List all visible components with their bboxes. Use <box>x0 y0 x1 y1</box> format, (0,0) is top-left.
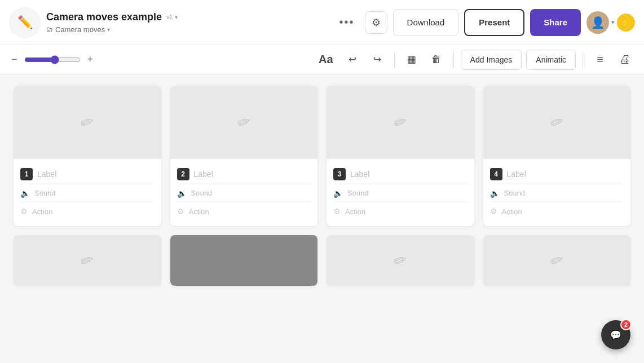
font-size-button[interactable]: Aa <box>314 51 338 68</box>
list-view-button[interactable]: ≡ <box>590 50 610 70</box>
action-icon: ⚙ <box>20 207 28 216</box>
partial-thumbnail: ✏ <box>14 235 161 286</box>
card-number: 3 <box>333 168 346 180</box>
card-sound-text: Sound <box>34 189 56 197</box>
folder-icon: 🗂 <box>46 25 53 33</box>
zoom-in-button[interactable]: + <box>85 51 96 68</box>
logo-icon: ✏️ <box>17 15 33 30</box>
card-label-row: 3 Label <box>333 165 467 184</box>
story-card[interactable]: ✏ 4 Label 🔈 Sound ⚙ Action <box>483 86 631 226</box>
partial-thumbnail <box>170 235 318 286</box>
lightning-button[interactable]: ⚡ <box>617 14 635 32</box>
undo-icon: ↩ <box>349 54 356 65</box>
list-icon: ≡ <box>597 53 603 66</box>
card-label-text: Label <box>350 170 369 179</box>
pencil-icon: ✏ <box>235 112 253 134</box>
avatar-chevron-icon[interactable]: ▾ <box>611 19 615 26</box>
version-dropdown[interactable]: v1 ▾ <box>166 14 178 20</box>
frames-button[interactable]: ▦ <box>402 50 422 70</box>
chat-button[interactable]: 💬 2 <box>601 320 630 349</box>
story-card-partial[interactable]: ✏ <box>327 235 474 286</box>
trash-icon: 🗑 <box>431 54 441 65</box>
story-card[interactable]: ✏ 1 Label 🔈 Sound ⚙ Action <box>14 86 161 226</box>
partial-thumbnail: ✏ <box>327 235 474 286</box>
action-icon: ⚙ <box>177 207 184 216</box>
redo-button[interactable]: ↪ <box>367 50 387 70</box>
card-body: 1 Label 🔈 Sound ⚙ Action <box>14 159 161 226</box>
card-sound-text: Sound <box>504 189 526 197</box>
story-card-partial[interactable] <box>170 235 318 286</box>
card-action-row: ⚙ Action <box>490 202 624 220</box>
pencil-icon: ✏ <box>391 112 409 134</box>
card-sound-text: Sound <box>191 189 213 197</box>
card-label-row: 2 Label <box>177 165 311 184</box>
card-action-row: ⚙ Action <box>20 202 155 220</box>
more-options-icon[interactable]: ••• <box>335 11 359 33</box>
logo-circle: ✏️ <box>9 7 41 38</box>
card-label-text: Label <box>37 170 56 179</box>
lightning-icon: ⚡ <box>620 17 632 28</box>
card-number: 2 <box>177 168 189 180</box>
card-action-row: ⚙ Action <box>177 202 311 220</box>
card-label-row: 1 Label <box>20 165 155 184</box>
chat-icon: 💬 <box>610 330 621 340</box>
sound-icon: 🔈 <box>333 189 343 198</box>
card-action-row: ⚙ Action <box>333 202 467 220</box>
breadcrumb-chevron-icon[interactable]: ▾ <box>107 26 110 33</box>
story-card[interactable]: ✏ 3 Label 🔈 Sound ⚙ Action <box>327 86 474 226</box>
card-thumbnail: ✏ <box>14 86 161 159</box>
card-sound-row: 🔈 Sound <box>490 184 624 202</box>
separator-2 <box>453 52 454 68</box>
avatar[interactable]: 👤 <box>586 11 609 34</box>
present-button[interactable]: Present <box>464 9 524 36</box>
share-button[interactable]: Share <box>530 9 581 36</box>
title-row: Camera moves example v1 ▾ <box>46 11 178 23</box>
partial-card-row: ✏ ✏ ✏ <box>14 235 630 286</box>
card-sound-row: 🔈 Sound <box>20 184 155 202</box>
card-number: 1 <box>20 168 33 180</box>
card-body: 4 Label 🔈 Sound ⚙ Action <box>483 159 631 226</box>
card-body: 3 Label 🔈 Sound ⚙ Action <box>327 159 474 226</box>
add-images-button[interactable]: Add Images <box>461 50 522 70</box>
app-title: Camera moves example <box>46 11 162 23</box>
breadcrumb-text: Camera moves <box>55 25 105 34</box>
card-thumbnail: ✏ <box>483 86 631 159</box>
card-grid: ✏ 1 Label 🔈 Sound ⚙ Action ✏ 2 Label <box>14 86 630 226</box>
frames-icon: ▦ <box>407 54 416 65</box>
gear-icon: ⚙ <box>372 16 381 29</box>
redo-icon: ↪ <box>373 54 381 65</box>
card-body: 2 Label 🔈 Sound ⚙ Action <box>170 159 318 226</box>
sound-icon: 🔈 <box>490 189 500 198</box>
undo-button[interactable]: ↩ <box>342 50 363 70</box>
avatar-image: 👤 <box>591 16 605 29</box>
story-card-partial[interactable]: ✏ <box>483 235 631 286</box>
settings-button[interactable]: ⚙ <box>365 11 387 34</box>
partial-thumbnail: ✏ <box>483 235 631 286</box>
card-sound-row: 🔈 Sound <box>333 184 467 202</box>
chat-badge: 2 <box>620 319 632 330</box>
sound-icon: 🔈 <box>20 189 30 198</box>
pencil-icon: ✏ <box>548 112 566 134</box>
pencil-icon: ✏ <box>78 112 96 134</box>
card-sound-text: Sound <box>347 189 369 197</box>
action-icon: ⚙ <box>333 207 341 216</box>
avatar-area: 👤 ▾ ⚡ <box>586 11 635 34</box>
main-content: ✏ 1 Label 🔈 Sound ⚙ Action ✏ 2 Label <box>0 74 644 363</box>
print-icon: 🖨 <box>619 53 630 66</box>
print-button[interactable]: 🖨 <box>615 50 635 70</box>
pencil-icon: ✏ <box>78 250 96 272</box>
zoom-slider[interactable] <box>24 55 81 64</box>
card-label-text: Label <box>507 170 526 179</box>
pencil-icon: ✏ <box>391 250 409 272</box>
download-button[interactable]: Download <box>393 9 459 36</box>
delete-button[interactable]: 🗑 <box>426 50 447 70</box>
card-number: 4 <box>490 168 502 180</box>
story-card-partial[interactable]: ✏ <box>14 235 161 286</box>
animatic-button[interactable]: Animatic <box>526 50 576 70</box>
zoom-slider-wrap <box>24 55 81 64</box>
card-sound-row: 🔈 Sound <box>177 184 311 202</box>
action-icon: ⚙ <box>490 207 497 216</box>
breadcrumb: 🗂 Camera moves ▾ <box>46 25 178 34</box>
story-card[interactable]: ✏ 2 Label 🔈 Sound ⚙ Action <box>170 86 318 226</box>
zoom-out-button[interactable]: − <box>9 51 20 68</box>
